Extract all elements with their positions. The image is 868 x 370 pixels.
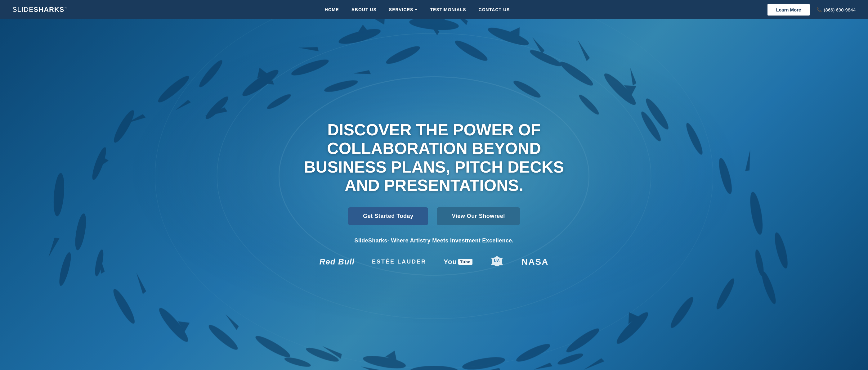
nav-item-home[interactable]: HOME xyxy=(325,7,339,12)
brand-logos: Red Bull ESTÉE LAUDER You Tube UA NASA xyxy=(301,255,567,268)
nav-links: HOME ABOUT US SERVICES TESTIMONIALS CONT… xyxy=(325,7,510,12)
phone-number: (866) 690-9844 xyxy=(824,7,856,12)
svg-text:UA: UA xyxy=(494,259,500,263)
logo-slide: SLIDE xyxy=(12,6,34,13)
hero-content: DISCOVER THE POWER OF COLLABORATION BEYO… xyxy=(294,121,574,268)
youtube-box: Tube xyxy=(458,259,472,265)
nav-link-contact[interactable]: CONTACT US xyxy=(479,7,510,12)
hero-buttons: Get Started Today View Our Showreel xyxy=(301,207,567,225)
get-started-button[interactable]: Get Started Today xyxy=(348,207,428,225)
logo-sharks: SHARKS™ xyxy=(34,6,68,13)
nav-item-testimonials[interactable]: TESTIMONIALS xyxy=(430,7,466,12)
brand-estee-lauder: ESTÉE LAUDER xyxy=(372,259,426,265)
logo: SLIDESHARKS™ xyxy=(12,6,68,13)
nav-link-testimonials[interactable]: TESTIMONIALS xyxy=(430,7,466,12)
brand-youtube: You Tube xyxy=(444,258,472,266)
under-armour-icon: UA xyxy=(490,255,504,266)
nav-right: Learn More 📞 (866) 690-9844 xyxy=(767,3,856,16)
nav-link-services[interactable]: SERVICES xyxy=(389,7,413,12)
chevron-down-icon xyxy=(414,9,417,10)
brand-nasa: NASA xyxy=(522,257,549,267)
nav-link-home[interactable]: HOME xyxy=(325,7,339,12)
estee-label: ESTÉE LAUDER xyxy=(372,259,426,265)
view-showreel-button[interactable]: View Our Showreel xyxy=(437,207,520,225)
brand-redbull: Red Bull xyxy=(319,257,354,267)
services-dropdown-trigger[interactable]: SERVICES xyxy=(389,7,418,12)
hero-section: DISCOVER THE POWER OF COLLABORATION BEYO… xyxy=(0,19,868,370)
phone-link[interactable]: 📞 (866) 690-9844 xyxy=(816,7,856,12)
nav-link-about[interactable]: ABOUT US xyxy=(351,7,377,12)
hero-tagline: SlideSharks- Where Artistry Meets Invest… xyxy=(301,237,567,244)
nasa-label: NASA xyxy=(522,257,549,267)
hero-title: DISCOVER THE POWER OF COLLABORATION BEYO… xyxy=(301,121,567,195)
youtube-text: You xyxy=(444,258,457,266)
phone-icon: 📞 xyxy=(816,7,822,12)
redbull-label: Red Bull xyxy=(319,257,354,266)
nav-item-contact[interactable]: CONTACT US xyxy=(479,7,510,12)
nav-item-about[interactable]: ABOUT US xyxy=(351,7,377,12)
learn-more-button[interactable]: Learn More xyxy=(767,3,811,16)
navbar: SLIDESHARKS™ HOME ABOUT US SERVICES TEST… xyxy=(0,0,868,19)
nav-item-services[interactable]: SERVICES xyxy=(389,7,418,12)
brand-under-armour: UA xyxy=(490,255,504,268)
